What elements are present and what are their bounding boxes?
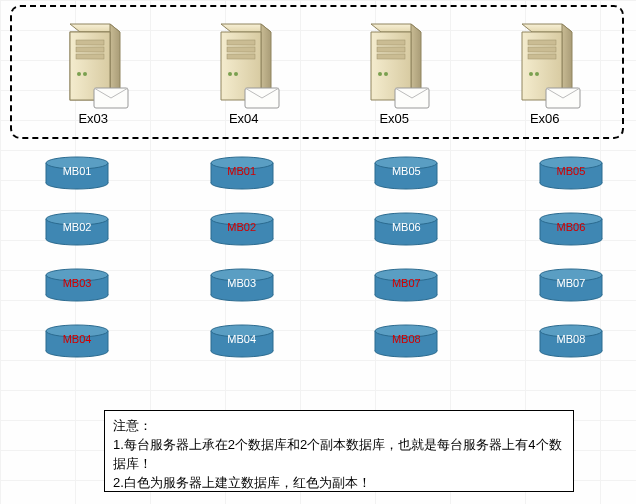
database-icon: MB08 <box>538 324 604 358</box>
server-label: Ex05 <box>379 111 409 126</box>
svg-rect-17 <box>227 40 255 45</box>
svg-point-30 <box>384 72 388 76</box>
database-icon: MB03 <box>44 268 110 302</box>
svg-rect-18 <box>227 47 255 52</box>
database-label: MB06 <box>373 221 439 233</box>
database-label: MB04 <box>209 333 275 345</box>
svg-rect-27 <box>377 47 405 52</box>
database-icon: MB07 <box>538 268 604 302</box>
database-label: MB04 <box>44 333 110 345</box>
svg-point-12 <box>83 72 87 76</box>
database-label: MB08 <box>538 333 604 345</box>
svg-rect-28 <box>377 54 405 59</box>
svg-rect-8 <box>76 40 104 45</box>
database-label: MB03 <box>44 277 110 289</box>
server-column: Ex05 <box>319 14 469 126</box>
database-icon: MB08 <box>373 324 439 358</box>
database-label: MB01 <box>209 165 275 177</box>
database-icon: MB02 <box>209 212 275 246</box>
svg-point-11 <box>77 72 81 76</box>
svg-point-20 <box>228 72 232 76</box>
note-line: 2.白色为服务器上建立数据库，红色为副本！ <box>113 474 565 493</box>
svg-rect-35 <box>528 40 556 45</box>
database-label: MB02 <box>209 221 275 233</box>
note-line: 1.每台服务器上承在2个数据库和2个副本数据库，也就是每台服务器上有4个数据库！ <box>113 436 565 474</box>
svg-rect-10 <box>76 54 104 59</box>
database-label: MB06 <box>538 221 604 233</box>
database-icon: MB05 <box>373 156 439 190</box>
server-label: Ex06 <box>530 111 560 126</box>
db-column: MB01 MB02 MB03 MB04 <box>209 156 275 358</box>
svg-rect-36 <box>528 47 556 52</box>
note-box: 注意： 1.每台服务器上承在2个数据库和2个副本数据库，也就是每台服务器上有4个… <box>104 410 574 492</box>
svg-rect-9 <box>76 47 104 52</box>
database-icon: MB04 <box>209 324 275 358</box>
db-column: MB05 MB06 MB07 MB08 <box>373 156 439 358</box>
database-icon: MB04 <box>44 324 110 358</box>
database-label: MB07 <box>538 277 604 289</box>
database-label: MB02 <box>44 221 110 233</box>
database-label: MB05 <box>373 165 439 177</box>
database-icon: MB01 <box>209 156 275 190</box>
server-icon <box>48 14 138 109</box>
database-label: MB07 <box>373 277 439 289</box>
server-icon <box>349 14 439 109</box>
db-column: MB05 MB06 MB07 MB08 <box>538 156 604 358</box>
svg-rect-19 <box>227 54 255 59</box>
server-label: Ex04 <box>229 111 259 126</box>
svg-point-38 <box>529 72 533 76</box>
server-icon <box>500 14 590 109</box>
svg-point-39 <box>535 72 539 76</box>
svg-point-29 <box>378 72 382 76</box>
svg-point-21 <box>234 72 238 76</box>
database-icon: MB07 <box>373 268 439 302</box>
database-icon: MB06 <box>373 212 439 246</box>
database-label: MB03 <box>209 277 275 289</box>
database-label: MB01 <box>44 165 110 177</box>
server-column: Ex03 <box>18 14 168 126</box>
database-icon: MB01 <box>44 156 110 190</box>
svg-rect-26 <box>377 40 405 45</box>
server-icon <box>199 14 289 109</box>
database-icon: MB05 <box>538 156 604 190</box>
server-column: Ex04 <box>169 14 319 126</box>
database-grid: MB01 MB02 MB03 MB04 MB01 MB02 MB03 <box>44 156 604 358</box>
note-header: 注意： <box>113 417 565 436</box>
database-icon: MB06 <box>538 212 604 246</box>
server-label: Ex03 <box>78 111 108 126</box>
server-row: Ex03 Ex04 Ex05 <box>18 14 620 126</box>
database-label: MB05 <box>538 165 604 177</box>
db-column: MB01 MB02 MB03 MB04 <box>44 156 110 358</box>
database-label: MB08 <box>373 333 439 345</box>
database-icon: MB02 <box>44 212 110 246</box>
svg-rect-37 <box>528 54 556 59</box>
server-column: Ex06 <box>470 14 620 126</box>
database-icon: MB03 <box>209 268 275 302</box>
